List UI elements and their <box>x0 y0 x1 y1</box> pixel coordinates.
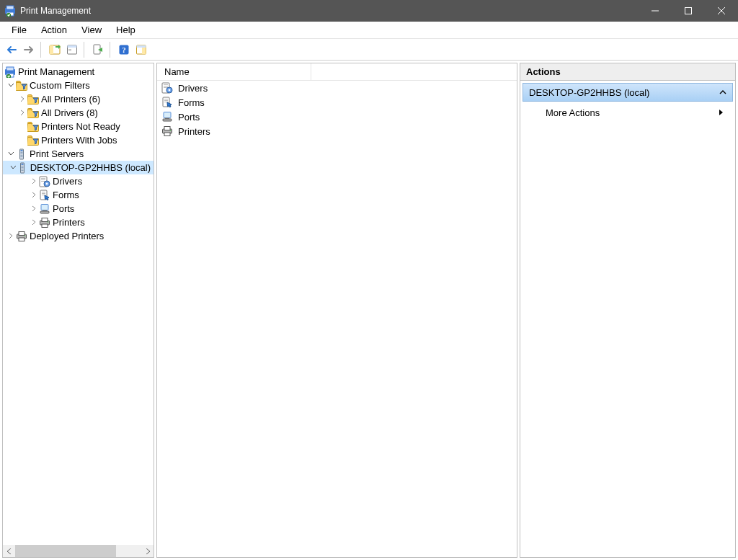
toolbar-separator <box>40 42 45 58</box>
folder-filter-icon <box>16 80 27 92</box>
column-header-name[interactable]: Name <box>157 63 311 80</box>
chevron-right-icon <box>719 107 724 118</box>
folder-filter-icon <box>27 121 39 133</box>
folder-filter-icon <box>27 94 39 105</box>
maximize-button[interactable] <box>672 0 705 22</box>
tree-label: Deployed Printers <box>30 231 104 241</box>
tree-deployed-printers[interactable]: Deployed Printers <box>3 229 154 243</box>
tree-label: DESKTOP-GP2HHBS (local) <box>30 162 151 173</box>
tree-all-printers[interactable]: All Printers (6) <box>3 92 154 106</box>
chevron-right-icon[interactable] <box>29 205 39 212</box>
tree-server-local[interactable]: DESKTOP-GP2HHBS (local) <box>3 161 154 174</box>
tree-label: Drivers <box>53 176 82 187</box>
actions-title: Actions <box>520 63 735 81</box>
chevron-down-icon[interactable] <box>6 151 16 157</box>
tree-pane: Print Management Custom Filters All Prin… <box>2 63 154 558</box>
tree-label: Forms <box>53 190 79 200</box>
scroll-left-button[interactable] <box>3 545 15 557</box>
tree-ports[interactable]: Ports <box>3 202 154 215</box>
menu-action[interactable]: Action <box>34 22 74 37</box>
app-icon <box>4 5 16 17</box>
chevron-right-icon[interactable] <box>6 233 16 239</box>
tree-all-drivers[interactable]: All Drivers (8) <box>3 106 154 120</box>
help-button[interactable] <box>115 41 133 58</box>
chevron-up-icon <box>719 87 726 98</box>
actions-group-header[interactable]: DESKTOP-GP2HHBS (local) <box>523 83 733 102</box>
chevron-right-icon[interactable] <box>29 192 39 198</box>
tree-label: Print Management <box>18 66 94 77</box>
toolbar-separator <box>110 42 114 58</box>
forms-icon <box>161 97 173 108</box>
tree-printers-with-jobs[interactable]: Printers With Jobs <box>3 133 154 147</box>
tree-label: Custom Filters <box>30 80 90 91</box>
tree-label: Printers Not Ready <box>41 121 120 132</box>
main-panes: Print Management Custom Filters All Prin… <box>0 61 738 560</box>
scroll-thumb[interactable] <box>15 545 116 557</box>
tree-root[interactable]: Print Management <box>3 65 154 79</box>
tree-custom-filters[interactable]: Custom Filters <box>3 79 154 92</box>
folder-filter-icon <box>27 135 39 146</box>
folder-filter-icon <box>27 107 39 119</box>
show-hide-tree-button[interactable] <box>46 41 63 58</box>
window-controls <box>639 0 738 22</box>
list-item-label: Forms <box>178 97 205 108</box>
list-item-label: Printers <box>178 126 210 137</box>
titlebar: Print Management <box>0 0 738 22</box>
tree-printers[interactable]: Printers <box>3 215 154 229</box>
chevron-down-icon[interactable] <box>10 164 17 171</box>
close-button[interactable] <box>705 0 738 22</box>
show-hide-action-pane-button[interactable] <box>133 41 150 58</box>
scroll-right-button[interactable] <box>141 545 154 557</box>
tree-label: Printers <box>53 217 85 228</box>
back-button[interactable] <box>3 41 20 58</box>
tree-drivers[interactable]: Drivers <box>3 174 154 188</box>
tree-label: All Drivers (8) <box>41 107 98 118</box>
printmgmt-icon <box>4 66 16 78</box>
server-icon <box>16 148 27 160</box>
list-item-drivers[interactable]: Drivers <box>157 81 517 95</box>
list-pane: Name Drivers Forms Ports Printers <box>156 63 517 558</box>
menu-help[interactable]: Help <box>109 22 143 37</box>
list-body[interactable]: Drivers Forms Ports Printers <box>157 81 517 557</box>
scroll-track[interactable] <box>15 545 141 557</box>
ports-icon <box>39 203 50 215</box>
menu-view[interactable]: View <box>74 22 109 37</box>
list-header: Name <box>157 63 517 81</box>
tree-label: Printers With Jobs <box>41 135 117 146</box>
actions-group-label: DESKTOP-GP2HHBS (local) <box>529 87 649 98</box>
actions-more-actions[interactable]: More Actions <box>523 103 733 122</box>
tree-label: All Printers (6) <box>41 94 100 105</box>
properties-button[interactable] <box>63 41 81 58</box>
chevron-right-icon[interactable] <box>17 110 27 116</box>
minimize-button[interactable] <box>639 0 672 22</box>
tree-forms[interactable]: Forms <box>3 188 154 202</box>
list-item-forms[interactable]: Forms <box>157 95 517 110</box>
chevron-down-icon[interactable] <box>6 82 16 89</box>
drivers-icon <box>161 82 173 94</box>
toolbar-separator <box>84 42 88 58</box>
list-item-label: Ports <box>178 112 200 123</box>
tree-printers-not-ready[interactable]: Printers Not Ready <box>3 120 154 133</box>
chevron-right-icon[interactable] <box>17 96 27 102</box>
forward-button[interactable] <box>20 41 37 58</box>
list-item-ports[interactable]: Ports <box>157 110 517 124</box>
printer-icon <box>39 217 50 228</box>
tree-label: Ports <box>53 203 74 214</box>
svg-rect-39 <box>685 8 692 14</box>
toolbar <box>0 39 738 61</box>
tree-horizontal-scrollbar[interactable] <box>3 545 154 557</box>
forms-icon <box>39 190 50 201</box>
export-list-button[interactable] <box>89 41 107 58</box>
tree[interactable]: Print Management Custom Filters All Prin… <box>3 63 154 545</box>
menubar: File Action View Help <box>0 22 738 39</box>
server-icon <box>17 162 28 174</box>
tree-print-servers[interactable]: Print Servers <box>3 147 154 161</box>
list-item-printers[interactable]: Printers <box>157 124 517 138</box>
actions-item-label: More Actions <box>546 107 600 118</box>
ports-icon <box>161 111 173 123</box>
chevron-right-icon[interactable] <box>29 178 39 185</box>
menu-file[interactable]: File <box>4 22 34 37</box>
actions-pane: Actions DESKTOP-GP2HHBS (local) More Act… <box>520 63 736 558</box>
drivers-icon <box>39 176 50 187</box>
chevron-right-icon[interactable] <box>29 219 39 226</box>
